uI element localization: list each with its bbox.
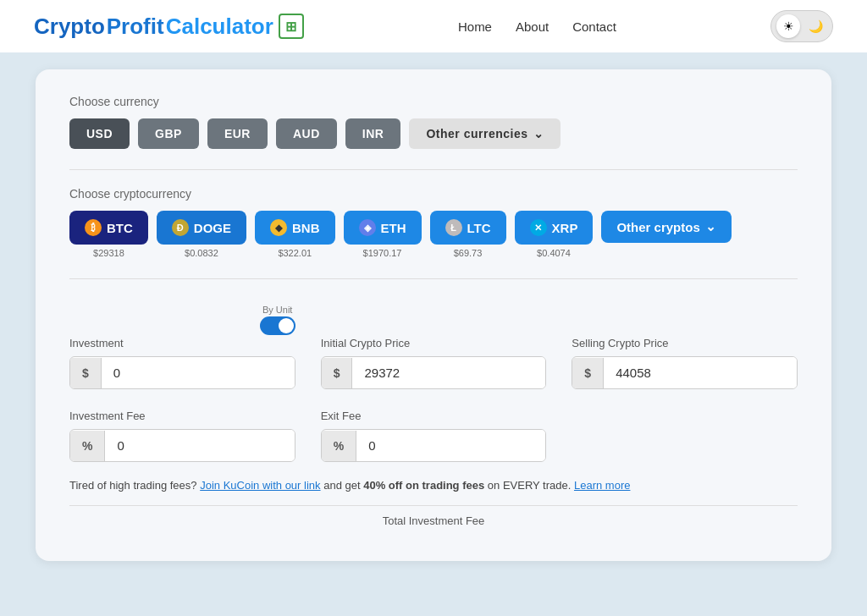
investment-group: By Unit Investment $: [69, 305, 295, 389]
currency-divider: [69, 169, 798, 170]
chevron-down-icon-crypto: ⌄: [705, 219, 716, 234]
btc-label: BTC: [107, 221, 133, 235]
currency-usd[interactable]: USD: [69, 118, 130, 149]
initial-price-prefix: $: [322, 358, 353, 388]
currency-gbp[interactable]: GBP: [138, 118, 199, 149]
crypto-eth-inner: ◈ ETH: [344, 211, 422, 245]
inv-fee-input[interactable]: [105, 430, 294, 461]
currency-other[interactable]: Other currencies ⌄: [409, 118, 561, 149]
theme-toggle: ☀ 🌙: [770, 10, 833, 42]
promo-bold: 40% off on trading fees: [363, 479, 484, 492]
currency-aud[interactable]: AUD: [276, 118, 337, 149]
promo-text1: Tired of high trading fees?: [69, 479, 197, 492]
nav-home[interactable]: Home: [458, 19, 492, 34]
eth-price: $1970.17: [363, 248, 402, 258]
promo-link2[interactable]: Learn more: [574, 479, 630, 492]
logo: CryptoProfitCalculator ⊞: [34, 14, 304, 40]
crypto-other-inner: Other cryptos ⌄: [601, 211, 731, 243]
crypto-ltc-inner: Ł LTC: [430, 211, 506, 245]
exit-fee-prefix: %: [322, 431, 356, 461]
fee-placeholder: [572, 410, 798, 462]
doge-price: $0.0832: [185, 248, 218, 258]
by-unit-wrapper: By Unit: [69, 305, 295, 335]
crypto-ltc[interactable]: Ł LTC $69.73: [430, 211, 506, 258]
main-card: Choose currency USD GBP EUR AUD INR Othe…: [36, 69, 831, 561]
inv-fee-input-group: %: [69, 429, 295, 462]
crypto-bnb-inner: ◆ BNB: [255, 211, 335, 245]
exit-fee-input[interactable]: [356, 430, 545, 461]
xrp-icon: ✕: [530, 219, 547, 236]
exit-fee-input-group: %: [321, 429, 547, 462]
btc-icon: ₿: [85, 219, 102, 236]
nav-links: Home About Contact: [458, 19, 616, 34]
initial-price-input-group: $: [321, 356, 547, 389]
initial-price-input[interactable]: [352, 357, 545, 388]
investment-input-group: $: [69, 356, 295, 389]
selling-price-input[interactable]: [604, 357, 797, 388]
currency-section-label: Choose currency: [69, 95, 798, 108]
inv-fee-group: Investment Fee %: [69, 410, 295, 462]
logo-calculator: Calculator: [166, 14, 273, 40]
crypto-other[interactable]: Other cryptos ⌄: [601, 211, 731, 258]
other-cryptos-label: Other cryptos: [616, 220, 699, 234]
currency-eur[interactable]: EUR: [207, 118, 268, 149]
initial-price-group: Initial Crypto Price $: [321, 337, 547, 389]
crypto-bnb[interactable]: ◆ BNB $322.01: [255, 211, 335, 258]
fee-row: Investment Fee % Exit Fee %: [69, 410, 798, 462]
crypto-section-label: Choose cryptocurrency: [69, 187, 798, 201]
xrp-price: $0.4074: [537, 248, 571, 258]
toggle-knob: [279, 318, 294, 333]
btc-price: $29318: [93, 248, 124, 258]
eth-icon: ◈: [359, 219, 376, 236]
bnb-label: BNB: [292, 221, 320, 235]
by-unit-inner: By Unit: [260, 305, 295, 335]
by-unit-toggle[interactable]: [260, 316, 295, 335]
inv-fee-prefix: %: [70, 431, 105, 461]
initial-price-label: Initial Crypto Price: [321, 337, 547, 349]
crypto-section: Choose cryptocurrency ₿ BTC $29318 Ð DOG…: [69, 187, 798, 258]
calculator-icon: ⊞: [279, 14, 304, 39]
promo-text2: and get: [323, 479, 363, 492]
crypto-doge[interactable]: Ð DOGE $0.0832: [157, 211, 246, 258]
other-currencies-label: Other currencies: [426, 127, 527, 140]
logo-crypto: Crypto: [34, 14, 105, 40]
ltc-price: $69.73: [454, 248, 483, 258]
nav-contact[interactable]: Contact: [572, 19, 616, 34]
doge-label: DOGE: [194, 221, 231, 235]
crypto-divider: [69, 278, 798, 279]
investment-prefix: $: [70, 358, 102, 388]
currency-inr[interactable]: INR: [345, 118, 401, 149]
bnb-price: $322.01: [278, 248, 312, 258]
investment-input[interactable]: [102, 357, 295, 388]
crypto-doge-inner: Ð DOGE: [157, 211, 246, 245]
selling-price-label: Selling Crypto Price: [572, 337, 798, 349]
promo-text3: on EVERY trade.: [488, 479, 574, 492]
dark-mode-button[interactable]: 🌙: [803, 14, 827, 38]
selling-price-prefix: $: [572, 358, 604, 388]
currency-section: Choose currency USD GBP EUR AUD INR Othe…: [69, 95, 798, 149]
currency-buttons: USD GBP EUR AUD INR Other currencies ⌄: [69, 118, 798, 149]
navbar: CryptoProfitCalculator ⊞ Home About Cont…: [0, 0, 867, 52]
by-unit-label: By Unit: [262, 305, 292, 315]
top-form-row: By Unit Investment $ Initial Crypto Pric…: [69, 305, 798, 389]
investment-section: By Unit Investment $ Initial Crypto Pric…: [69, 305, 798, 389]
ltc-label: LTC: [467, 221, 491, 235]
light-mode-button[interactable]: ☀: [776, 14, 800, 38]
crypto-btc[interactable]: ₿ BTC $29318: [69, 211, 148, 258]
crypto-xrp-inner: ✕ XRP: [515, 211, 594, 245]
inv-fee-label: Investment Fee: [69, 410, 295, 422]
crypto-eth[interactable]: ◈ ETH $1970.17: [344, 211, 422, 258]
ltc-icon: Ł: [445, 219, 462, 236]
exit-fee-label: Exit Fee: [321, 410, 547, 422]
investment-label: Investment: [69, 337, 295, 349]
xrp-label: XRP: [552, 221, 578, 235]
promo-link1[interactable]: Join KuCoin with our link: [200, 479, 320, 492]
eth-label: ETH: [381, 221, 406, 235]
promo-text: Tired of high trading fees? Join KuCoin …: [69, 479, 798, 492]
crypto-xrp[interactable]: ✕ XRP $0.4074: [515, 211, 594, 258]
nav-about[interactable]: About: [516, 19, 549, 34]
crypto-buttons: ₿ BTC $29318 Ð DOGE $0.0832 ◆ BNB $322.0…: [69, 211, 798, 258]
selling-price-input-group: $: [572, 356, 798, 389]
crypto-btc-inner: ₿ BTC: [69, 211, 148, 245]
selling-price-group: Selling Crypto Price $: [572, 337, 798, 389]
